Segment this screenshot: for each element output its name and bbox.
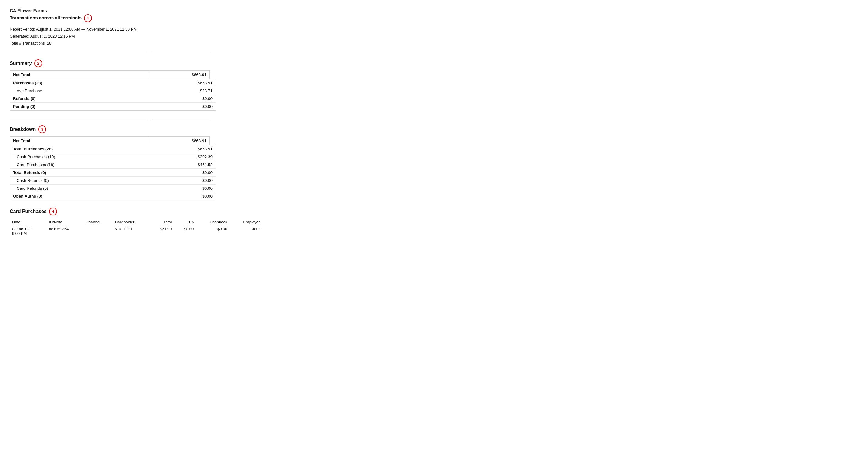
card-purchases-heading-text: Card Purchases xyxy=(10,209,47,214)
summary-row-value: $0.00 xyxy=(153,95,216,102)
summary-row: Purchases (28)$663.91 xyxy=(10,79,216,87)
summary-row-value: $23.71 xyxy=(153,87,216,95)
card-purchases-row: 08/04/2021 9:09 PM#e19e1254Visa 1111$21.… xyxy=(10,226,263,237)
card-purchases-cell-employee: Jane xyxy=(230,226,263,237)
card-purchases-table: DateID/NoteChannelCardholderTotalTipCash… xyxy=(10,219,263,237)
breakdown-heading: Breakdown 3 xyxy=(10,126,263,133)
summary-divider-right xyxy=(152,53,210,53)
breakdown-table: Total Purchases (28)$663.91Cash Purchase… xyxy=(10,145,216,200)
card-purchases-cell-cashback: $0.00 xyxy=(196,226,229,237)
summary-row-label: Pending (0) xyxy=(10,102,153,110)
summary-row-value: $0.00 xyxy=(153,102,216,110)
summary-heading: Summary 2 xyxy=(10,59,263,67)
card-purchases-heading: Card Purchases 4 xyxy=(10,207,263,216)
total-transactions-label: Total # Transactions: xyxy=(10,41,46,45)
breakdown-net-total-label: Net Total xyxy=(10,136,149,145)
card-purchases-col-header: Cardholder xyxy=(113,219,149,226)
summary-net-total-label: Net Total xyxy=(10,70,149,79)
breakdown-row-label: Card Purchases (18) xyxy=(10,161,153,168)
breakdown-row-value: $0.00 xyxy=(153,176,216,184)
card-purchases-cell-cardholder: Visa 1111 xyxy=(113,226,149,237)
card-purchases-col-header: Employee xyxy=(230,219,263,226)
report-period-value: August 1, 2021 12:00 AM — November 1, 20… xyxy=(36,27,137,32)
breakdown-divider-left xyxy=(10,119,146,120)
summary-row: Pending (0)$0.00 xyxy=(10,102,216,110)
breakdown-row-label: Cash Refunds (0) xyxy=(10,176,153,184)
header-badge: 1 xyxy=(84,14,92,22)
breakdown-row-value: $461.52 xyxy=(153,161,216,168)
total-transactions-value: 28 xyxy=(47,41,51,45)
summary-table: Purchases (28)$663.91Avg Purchase$23.71R… xyxy=(10,79,216,110)
card-purchases-col-header: Date xyxy=(10,219,46,226)
summary-divider-left xyxy=(10,53,146,53)
breakdown-divider-right xyxy=(152,119,210,120)
summary-net-total-value: $663.91 xyxy=(149,70,210,79)
report-header: CA Flower Farms Transactions across all … xyxy=(10,7,263,22)
breakdown-row: Open Auths (0)$0.00 xyxy=(10,192,216,200)
summary-row: Avg Purchase$23.71 xyxy=(10,87,216,95)
report-period-label: Report Period: xyxy=(10,27,35,32)
report-meta: Report Period: August 1, 2021 12:00 AM —… xyxy=(10,26,263,47)
generated-value: August 1, 2023 12:16 PM xyxy=(30,34,75,38)
breakdown-row-value: $0.00 xyxy=(153,192,216,200)
breakdown-heading-text: Breakdown xyxy=(10,127,36,132)
card-purchases-badge: 4 xyxy=(49,207,57,216)
card-purchases-cell-tip: $0.00 xyxy=(174,226,196,237)
summary-badge: 2 xyxy=(34,59,42,67)
card-purchases-cell-date: 08/04/2021 9:09 PM xyxy=(10,226,46,237)
summary-row-label: Purchases (28) xyxy=(10,79,153,87)
breakdown-row: Card Refunds (0)$0.00 xyxy=(10,184,216,192)
summary-row-value: $663.91 xyxy=(153,79,216,87)
breakdown-row-value: $202.39 xyxy=(153,153,216,161)
breakdown-row: Total Refunds (0)$0.00 xyxy=(10,168,216,176)
breakdown-row: Cash Purchases (10)$202.39 xyxy=(10,153,216,161)
breakdown-row: Card Purchases (18)$461.52 xyxy=(10,161,216,168)
breakdown-net-total-row: Net Total $663.91 xyxy=(10,136,216,145)
breakdown-row: Total Purchases (28)$663.91 xyxy=(10,145,216,153)
summary-net-total-row: Net Total $663.91 xyxy=(10,70,216,79)
company-name: CA Flower Farms xyxy=(10,7,263,14)
breakdown-row-value: $663.91 xyxy=(153,145,216,153)
card-purchases-col-header: Total xyxy=(149,219,174,226)
card-purchases-col-header: Tip xyxy=(174,219,196,226)
summary-heading-text: Summary xyxy=(10,61,32,66)
card-purchases-col-header: Channel xyxy=(83,219,113,226)
breakdown-detail-box: Total Purchases (28)$663.91Cash Purchase… xyxy=(10,145,216,200)
summary-detail-box: Purchases (28)$663.91Avg Purchase$23.71R… xyxy=(10,79,216,110)
breakdown-row-label: Open Auths (0) xyxy=(10,192,153,200)
summary-row-label: Refunds (0) xyxy=(10,95,153,102)
card-purchases-section: Card Purchases 4 DateID/NoteChannelCardh… xyxy=(10,207,263,237)
card-purchases-col-header: ID/Note xyxy=(46,219,83,226)
summary-row: Refunds (0)$0.00 xyxy=(10,95,216,102)
generated-label: Generated: xyxy=(10,34,29,38)
breakdown-row-value: $0.00 xyxy=(153,168,216,176)
breakdown-row-value: $0.00 xyxy=(153,184,216,192)
breakdown-row-label: Total Purchases (28) xyxy=(10,145,153,153)
breakdown-row: Cash Refunds (0)$0.00 xyxy=(10,176,216,184)
report-subtitle: Transactions across all terminals xyxy=(10,14,82,22)
card-purchases-cell-channel xyxy=(83,226,113,237)
card-purchases-cell-total: $21.99 xyxy=(149,226,174,237)
breakdown-row-label: Cash Purchases (10) xyxy=(10,153,153,161)
breakdown-net-total-value: $663.91 xyxy=(149,136,210,145)
breakdown-badge: 3 xyxy=(38,126,46,133)
breakdown-row-label: Card Refunds (0) xyxy=(10,184,153,192)
breakdown-row-label: Total Refunds (0) xyxy=(10,168,153,176)
summary-row-label: Avg Purchase xyxy=(10,87,153,95)
breakdown-section: Breakdown 3 Net Total $663.91 Total Purc… xyxy=(10,119,263,200)
summary-section: Summary 2 Net Total $663.91 Purchases (2… xyxy=(10,53,263,110)
card-purchases-cell-id_note: #e19e1254 xyxy=(46,226,83,237)
card-purchases-col-header: Cashback xyxy=(196,219,229,226)
